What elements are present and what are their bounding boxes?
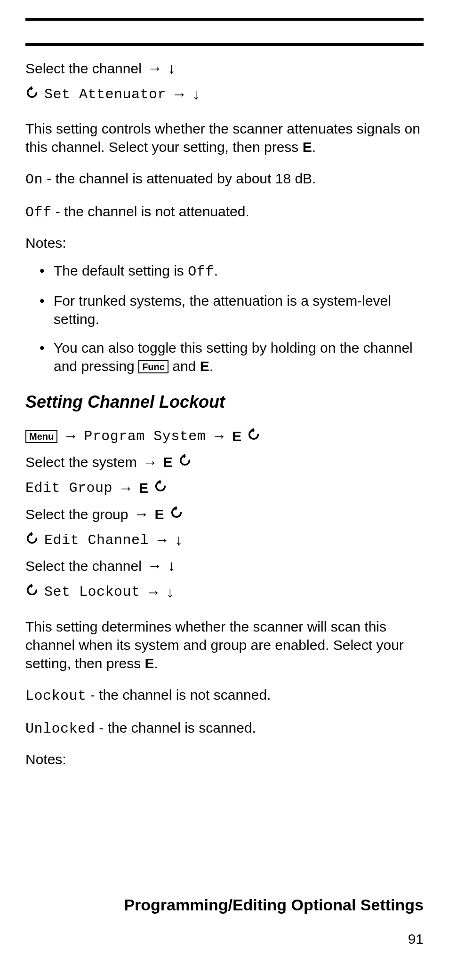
rotate-icon — [154, 477, 167, 499]
menu-item: Set Attenuator — [44, 83, 166, 106]
key-e: E — [163, 451, 173, 474]
page: Select the channel → ↓ Set Attenuator → … — [0, 0, 449, 980]
section-heading: Setting Channel Lockout — [25, 392, 424, 412]
nav-text: Select the system — [25, 451, 137, 474]
arrow-right-icon: → — [63, 424, 78, 448]
text: The default setting is — [54, 263, 188, 278]
list-item: For trunked systems, the attenuation is … — [54, 292, 424, 328]
option-code: Unlocked — [25, 721, 95, 737]
option-unlocked: Unlocked - the channel is scanned. — [25, 719, 424, 738]
arrow-down-icon: ↓ — [175, 528, 183, 552]
footer-section-title: Programming/Editing Optional Settings — [25, 896, 424, 914]
text: and — [168, 358, 200, 374]
menu-item: Edit Group — [25, 477, 112, 499]
text: . — [154, 656, 158, 671]
arrow-down-icon: ↓ — [192, 82, 200, 106]
menu-item: Set Lockout — [44, 581, 140, 603]
key-e: E — [200, 358, 209, 374]
nav-block-attenuator: Select the channel → ↓ Set Attenuator → … — [25, 56, 424, 106]
option-desc: - the channel is not attenuated. — [52, 204, 249, 219]
option-off: Off - the channel is not attenuated. — [25, 202, 424, 222]
arrow-right-icon: → — [118, 476, 133, 500]
nav-line: Set Attenuator → ↓ — [25, 82, 424, 106]
nav-line: Edit Group → E — [25, 476, 424, 500]
option-lockout: Lockout - the channel is not scanned. — [25, 686, 424, 705]
arrow-down-icon: ↓ — [168, 554, 176, 578]
option-code: On — [25, 172, 43, 188]
nav-line: Select the channel → ↓ — [25, 56, 424, 80]
arrow-down-icon: ↓ — [168, 56, 176, 80]
option-code: Lockout — [25, 688, 87, 704]
text: . — [209, 358, 213, 374]
arrow-down-icon: ↓ — [167, 580, 174, 604]
key-e: E — [154, 503, 164, 526]
arrow-right-icon: → — [143, 450, 158, 474]
text: You can also toggle this setting by hold… — [54, 340, 413, 374]
page-number: 91 — [408, 931, 424, 947]
nav-line: Select the group → E — [25, 502, 424, 526]
rotate-icon — [25, 581, 39, 603]
func-keycap: Func — [138, 360, 168, 373]
nav-text: Select the channel — [25, 57, 142, 80]
key-e: E — [232, 425, 241, 448]
rotate-icon — [178, 451, 192, 474]
arrow-right-icon: → — [211, 424, 226, 448]
arrow-right-icon: → — [154, 528, 169, 552]
nav-line: Select the channel → ↓ — [25, 554, 424, 578]
nav-block-lockout: Menu → Program System → E Select the sys… — [25, 424, 424, 604]
notes-list: The default setting is Off. For trunked … — [25, 261, 424, 375]
text: . — [312, 139, 316, 155]
text: This setting controls whether the scanne… — [25, 121, 420, 155]
arrow-right-icon: → — [172, 82, 187, 106]
rotate-icon — [170, 503, 183, 526]
option-desc: - the channel is attenuated by about 18 … — [43, 171, 316, 186]
nav-line: Set Lockout → ↓ — [25, 580, 424, 604]
nav-line: Edit Channel → ↓ — [25, 528, 424, 552]
nav-text: Select the group — [25, 503, 128, 526]
text: This setting determines whether the scan… — [25, 619, 404, 671]
key-e: E — [144, 656, 154, 671]
text: . — [214, 263, 218, 278]
paragraph: This setting controls whether the scanne… — [25, 119, 424, 156]
arrow-right-icon: → — [147, 554, 162, 578]
nav-text: Select the channel — [25, 555, 142, 577]
arrow-right-icon: → — [146, 580, 161, 604]
rotate-icon — [25, 529, 39, 552]
key-e: E — [303, 139, 312, 155]
option-desc: - the channel is scanned. — [95, 720, 256, 735]
list-item: You can also toggle this setting by hold… — [54, 339, 424, 375]
nav-line: Select the system → E — [25, 450, 424, 474]
notes-label: Notes: — [25, 751, 424, 767]
menu-item: Edit Channel — [44, 529, 149, 552]
code: Off — [188, 264, 214, 280]
menu-keycap: Menu — [25, 430, 57, 443]
option-desc: - the channel is not scanned. — [87, 687, 271, 703]
option-code: Off — [25, 205, 52, 221]
menu-item: Program System — [84, 425, 206, 448]
list-item: The default setting is Off. — [54, 261, 424, 281]
rotate-icon — [247, 425, 260, 448]
arrow-right-icon: → — [134, 502, 149, 526]
option-on: On - the channel is attenuated by about … — [25, 169, 424, 189]
arrow-right-icon: → — [147, 56, 162, 80]
key-e: E — [139, 477, 148, 499]
nav-line: Menu → Program System → E — [25, 424, 424, 448]
notes-label: Notes: — [25, 235, 424, 251]
paragraph: This setting determines whether the scan… — [25, 617, 424, 672]
rotate-icon — [25, 83, 39, 106]
